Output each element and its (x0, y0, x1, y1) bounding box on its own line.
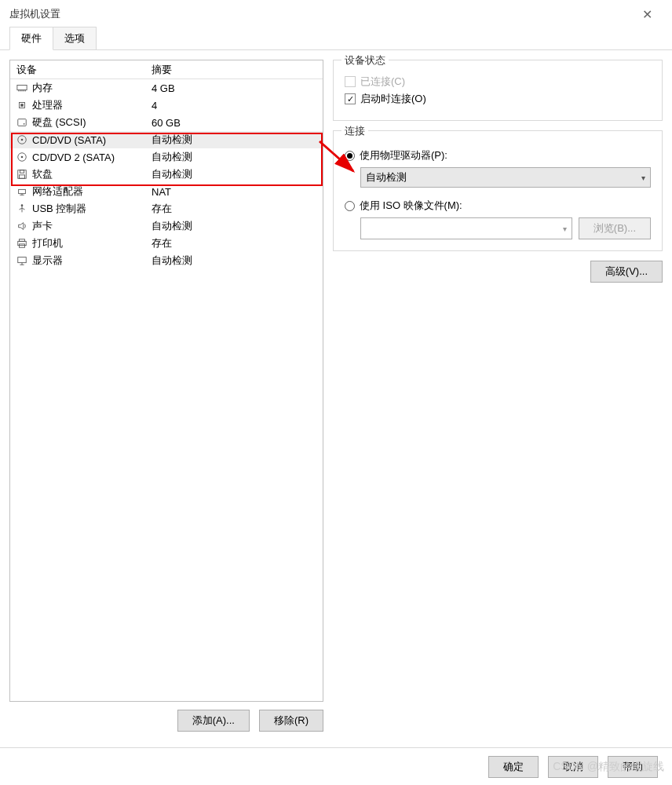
device-name: 显示器 (32, 254, 63, 268)
svg-point-10 (24, 123, 25, 125)
tab-options[interactable]: 选项 (53, 27, 97, 49)
content-area: 设备 摘要 内存4 GB处理器4硬盘 (SCSI)60 GBCD/DVD (SA… (0, 50, 672, 741)
connected-label: 已连接(C) (360, 75, 405, 89)
device-list: 设备 摘要 内存4 GB处理器4硬盘 (SCSI)60 GBCD/DVD (SA… (9, 60, 323, 702)
cancel-button[interactable]: 取消 (548, 756, 598, 778)
device-row[interactable]: 声卡自动检测 (10, 217, 323, 235)
cd-icon (16, 152, 27, 162)
network-icon (16, 186, 27, 197)
connect-poweron-label: 启动时连接(O) (360, 92, 426, 106)
use-iso-radio[interactable] (345, 201, 355, 211)
memory-icon (16, 82, 27, 93)
svg-point-14 (21, 156, 24, 159)
device-list-buttons: 添加(A)... 移除(R) (9, 702, 323, 732)
device-summary: NAT (152, 186, 323, 198)
device-row[interactable]: 打印机存在 (10, 235, 323, 252)
chevron-down-icon: ▾ (563, 225, 567, 233)
device-name: 处理器 (32, 98, 63, 112)
device-row[interactable]: 网络适配器NAT (10, 183, 323, 200)
device-summary: 存在 (152, 236, 323, 250)
physical-drive-value: 自动检测 (366, 170, 407, 184)
device-name: 声卡 (32, 219, 53, 233)
device-name: CD/DVD (SATA) (32, 134, 106, 146)
sound-icon (16, 221, 27, 232)
advanced-button[interactable]: 高级(V)... (590, 261, 663, 283)
add-button[interactable]: 添加(A)... (177, 710, 250, 732)
device-summary: 自动检测 (152, 254, 323, 268)
right-panel: 设备状态 已连接(C) 启动时连接(O) 连接 使用物理驱动器(P): 自动检测… (333, 60, 663, 732)
use-physical-radio[interactable] (345, 151, 355, 161)
connection-title: 连接 (341, 124, 368, 138)
device-row[interactable]: CD/DVD 2 (SATA)自动检测 (10, 148, 323, 166)
device-row[interactable]: 硬盘 (SCSI)60 GB (10, 114, 323, 131)
disk-icon (16, 117, 27, 128)
printer-icon (16, 238, 27, 249)
header-summary: 摘要 (152, 63, 323, 77)
svg-line-23 (20, 208, 23, 210)
display-icon (16, 255, 27, 266)
tab-strip: 硬件 选项 (0, 28, 672, 50)
device-status-title: 设备状态 (341, 53, 389, 68)
svg-rect-18 (19, 189, 26, 193)
svg-point-12 (21, 139, 24, 141)
device-summary: 60 GB (152, 117, 323, 129)
device-row[interactable]: 内存4 GB (10, 79, 323, 97)
device-name: CD/DVD 2 (SATA) (32, 152, 115, 163)
device-status-group: 设备状态 已连接(C) 启动时连接(O) (333, 60, 663, 121)
device-name: 打印机 (32, 236, 63, 250)
iso-path-input[interactable]: ▾ (360, 217, 572, 239)
titlebar: 虚拟机设置 ✕ (0, 0, 672, 28)
device-summary: 自动检测 (152, 219, 323, 233)
device-row[interactable]: CD/DVD (SATA)自动检测 (10, 131, 323, 148)
device-row[interactable]: 软盘自动检测 (10, 166, 323, 183)
tab-hardware[interactable]: 硬件 (9, 27, 53, 50)
remove-button[interactable]: 移除(R) (259, 710, 323, 732)
connect-poweron-checkbox[interactable] (345, 93, 356, 104)
connection-group: 连接 使用物理驱动器(P): 自动检测 ▾ 使用 ISO 映像文件(M): ▾ … (333, 130, 663, 251)
usb-icon (16, 203, 27, 214)
device-summary: 自动检测 (152, 133, 323, 147)
svg-rect-28 (18, 257, 27, 263)
device-summary: 4 GB (152, 82, 323, 94)
cd-icon (16, 134, 27, 145)
cpu-icon (16, 100, 27, 111)
floppy-icon (16, 169, 27, 180)
device-summary: 自动检测 (152, 167, 323, 181)
physical-drive-select[interactable]: 自动检测 ▾ (360, 167, 651, 188)
device-summary: 自动检测 (152, 150, 323, 164)
svg-rect-17 (20, 175, 25, 178)
help-button[interactable]: 帮助 (608, 756, 658, 778)
device-name: 网络适配器 (32, 184, 83, 199)
bottom-bar: 确定 取消 帮助 (0, 747, 672, 785)
browse-button[interactable]: 浏览(B)... (579, 217, 651, 239)
device-name: USB 控制器 (32, 202, 86, 216)
device-row[interactable]: 处理器4 (10, 97, 323, 114)
svg-rect-16 (20, 170, 24, 173)
device-row[interactable]: 显示器自动检测 (10, 252, 323, 269)
use-physical-label: 使用物理驱动器(P): (360, 148, 447, 162)
device-list-header: 设备 摘要 (10, 60, 323, 79)
device-name: 硬盘 (SCSI) (32, 115, 86, 130)
left-panel: 设备 摘要 内存4 GB处理器4硬盘 (SCSI)60 GBCD/DVD (SA… (9, 60, 323, 732)
svg-rect-9 (18, 119, 27, 126)
device-row[interactable]: USB 控制器存在 (10, 200, 323, 217)
close-icon[interactable]: ✕ (631, 7, 663, 22)
device-name: 内存 (32, 81, 53, 95)
header-device: 设备 (10, 63, 152, 77)
window-title: 虚拟机设置 (9, 7, 631, 21)
device-summary: 存在 (152, 202, 323, 216)
connected-checkbox (345, 76, 356, 87)
ok-button[interactable]: 确定 (488, 756, 539, 778)
svg-line-24 (22, 208, 25, 210)
use-iso-label: 使用 ISO 映像文件(M): (360, 199, 462, 213)
svg-rect-8 (20, 104, 24, 107)
svg-rect-0 (17, 86, 27, 90)
device-name: 软盘 (32, 167, 53, 181)
device-summary: 4 (152, 100, 323, 111)
chevron-down-icon: ▾ (641, 173, 645, 182)
